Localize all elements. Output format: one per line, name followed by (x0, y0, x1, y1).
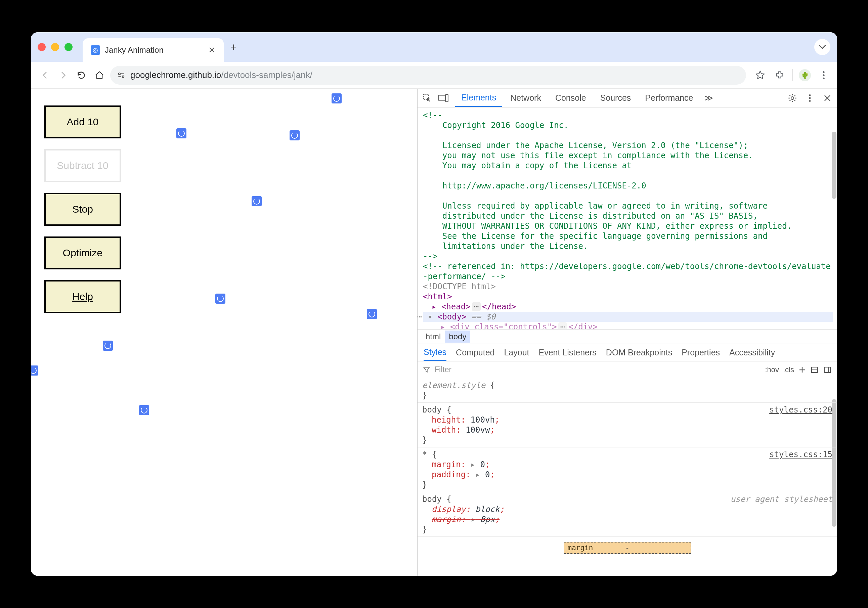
help-button[interactable]: Help (44, 280, 121, 313)
ua-stylesheet-label: user agent stylesheet (731, 494, 832, 504)
devtools-kebab-icon[interactable] (804, 92, 815, 104)
dom-comment-ref: <!-- referenced in: https://developers.g… (423, 261, 833, 281)
animated-icon (139, 405, 149, 415)
svg-point-9 (809, 94, 811, 96)
divider (792, 69, 793, 81)
svg-rect-6 (439, 95, 445, 100)
dom-doctype: <!DOCTYPE html> (423, 281, 833, 292)
content-area: Add 10 Subtract 10 Stop Optimize Help (31, 89, 837, 576)
styles-subpanel-tabs: Styles Computed Layout Event Listeners D… (417, 344, 837, 361)
breadcrumb: html body (417, 329, 837, 344)
subtab-accessibility[interactable]: Accessibility (729, 344, 775, 361)
subtab-computed[interactable]: Computed (456, 344, 494, 361)
dom-html-tag[interactable]: <html> (423, 292, 833, 302)
tab-console[interactable]: Console (549, 89, 592, 107)
page-controls: Add 10 Subtract 10 Stop Optimize Help (44, 105, 121, 313)
crumb-html[interactable]: html (422, 330, 445, 343)
subtab-layout[interactable]: Layout (504, 344, 529, 361)
back-button[interactable] (38, 68, 53, 83)
devtools-tabbar: Elements Network Console Sources Perform… (417, 89, 837, 107)
tab-overflow-button[interactable] (814, 39, 830, 55)
animated-icon (332, 93, 342, 104)
url-input[interactable]: googlechrome.github.io/devtools-samples/… (110, 66, 746, 85)
box-model-margin-label: margin (568, 543, 593, 553)
subtract-10-button[interactable]: Subtract 10 (44, 149, 121, 182)
profile-avatar[interactable]: 🌵 (799, 69, 811, 81)
styles-pane[interactable]: element.style { } styles.css:20 body { h… (417, 378, 837, 576)
optimize-button[interactable]: Optimize (44, 236, 121, 269)
minimize-window-button[interactable] (51, 43, 59, 51)
settings-gear-icon[interactable] (787, 92, 798, 104)
forward-button[interactable] (56, 68, 71, 83)
cls-toggle[interactable]: .cls (783, 366, 794, 374)
browser-window: ◎ Janky Animation ✕ + googlechrome.gi (31, 32, 837, 576)
subtab-styles[interactable]: Styles (423, 344, 446, 361)
animated-icon (252, 196, 262, 206)
computed-sidebar-icon[interactable] (810, 366, 819, 374)
hov-toggle[interactable]: :hov (765, 366, 779, 374)
inspect-element-icon[interactable] (422, 92, 433, 104)
animated-icon (215, 293, 225, 304)
svg-rect-13 (824, 367, 830, 372)
window-titlebar: ◎ Janky Animation ✕ + (31, 32, 837, 62)
styles-filter-row: Filter :hov .cls (417, 361, 837, 378)
url-text: googlechrome.github.io/devtools-samples/… (130, 70, 312, 80)
bookmark-star-icon[interactable] (753, 68, 767, 82)
rule-body-ua[interactable]: user agent stylesheet body { display: bl… (417, 492, 837, 537)
dom-head-tag[interactable]: ▸ <head>⋯</head> (423, 302, 833, 312)
tab-network[interactable]: Network (504, 89, 547, 107)
animated-icon (290, 130, 300, 140)
tab-performance[interactable]: Performance (639, 89, 699, 107)
filter-icon (423, 366, 430, 374)
subtab-dom-breakpoints[interactable]: DOM Breakpoints (606, 344, 672, 361)
animated-icon (367, 309, 377, 319)
maximize-window-button[interactable] (65, 43, 73, 51)
box-model-margin-value: - (625, 543, 629, 553)
animated-icon (31, 366, 38, 375)
rule-body[interactable]: styles.css:20 body { height: 100vh; widt… (417, 403, 837, 447)
home-button[interactable] (92, 68, 107, 83)
stop-button[interactable]: Stop (44, 193, 121, 226)
add-10-button[interactable]: Add 10 (44, 105, 121, 138)
devtools-panel: Elements Network Console Sources Perform… (417, 89, 837, 576)
address-bar: googlechrome.github.io/devtools-samples/… (31, 62, 837, 89)
site-settings-icon[interactable] (117, 71, 126, 80)
new-tab-button[interactable]: + (231, 41, 237, 53)
animated-icon (103, 341, 113, 351)
svg-point-0 (119, 73, 120, 74)
tab-sources[interactable]: Sources (594, 89, 637, 107)
devtools-close-icon[interactable] (822, 92, 833, 104)
crumb-body[interactable]: body (445, 330, 470, 343)
device-toolbar-icon[interactable] (438, 92, 449, 104)
stylesheet-link[interactable]: styles.css:15 (769, 450, 832, 459)
tab-title: Janky Animation (105, 45, 203, 55)
tabs-overflow-icon[interactable]: ≫ (701, 93, 716, 103)
tab-favicon-icon: ◎ (91, 45, 100, 55)
svg-point-1 (122, 76, 124, 77)
styles-filter-input[interactable]: Filter (434, 365, 761, 374)
traffic-lights (38, 43, 73, 51)
tab-elements[interactable]: Elements (455, 89, 502, 107)
new-style-rule-icon[interactable] (798, 366, 806, 374)
dom-child-div[interactable]: ▸ <div class="controls">⋯</div> (423, 322, 833, 329)
svg-point-8 (791, 96, 794, 99)
browser-tab[interactable]: ◎ Janky Animation ✕ (83, 38, 224, 62)
svg-rect-7 (445, 95, 448, 101)
svg-point-4 (823, 77, 824, 79)
dom-body-tag-selected[interactable]: ⋯▾ <body> == $0 (423, 312, 833, 322)
rule-star[interactable]: styles.css:15 * { margin: ▸ 0; padding: … (417, 447, 837, 492)
rule-element-style[interactable]: element.style { } (417, 378, 837, 403)
close-window-button[interactable] (38, 43, 46, 51)
box-model-diagram[interactable]: margin - (417, 537, 837, 554)
extensions-icon[interactable] (773, 68, 786, 82)
close-tab-button[interactable]: ✕ (208, 45, 215, 56)
kebab-menu-icon[interactable] (817, 68, 830, 82)
reload-button[interactable] (74, 68, 89, 83)
toggle-sidebar-icon[interactable] (823, 366, 832, 374)
stylesheet-link[interactable]: styles.css:20 (769, 405, 832, 415)
animated-icon (176, 128, 186, 138)
scrollbar-thumb[interactable] (832, 132, 836, 199)
subtab-event-listeners[interactable]: Event Listeners (539, 344, 597, 361)
dom-tree[interactable]: <!-- Copyright 2016 Google Inc. Licensed… (417, 107, 837, 329)
subtab-properties[interactable]: Properties (682, 344, 720, 361)
